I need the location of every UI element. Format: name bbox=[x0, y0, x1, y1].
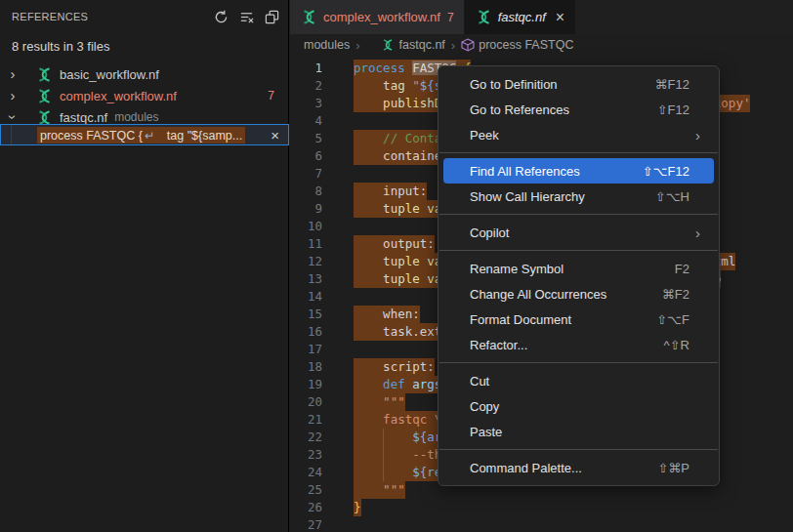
dismiss-result-icon[interactable]: × bbox=[271, 128, 279, 143]
line-number: 13 bbox=[290, 270, 322, 288]
menu-item-copilot[interactable]: Copilot› bbox=[443, 220, 714, 245]
menu-item-shortcut: F2 bbox=[675, 262, 689, 276]
code-line-26: 26} bbox=[290, 499, 793, 516]
menu-separator bbox=[439, 214, 718, 215]
submenu-chevron-icon: › bbox=[695, 225, 700, 241]
line-number: 12 bbox=[290, 253, 322, 270]
file-result-basic-workflow-nf[interactable]: ›basic_workflow.nf bbox=[0, 63, 288, 85]
tab-fastqc[interactable]: fastqc.nf × bbox=[465, 0, 575, 34]
menu-item-label: Cut bbox=[470, 374, 702, 389]
line-number: 16 bbox=[290, 323, 322, 341]
file-result-complex-workflow-nf[interactable]: ›complex_workflow.nf7 bbox=[0, 85, 288, 106]
breadcrumb-file[interactable]: fastqc.nf bbox=[366, 38, 445, 52]
snippet-code-before: process FASTQC { bbox=[40, 129, 143, 143]
menu-item-format-document[interactable]: Format Document⇧⌥F bbox=[443, 307, 714, 332]
nextflow-file-icon bbox=[35, 89, 54, 103]
nextflow-file-icon bbox=[475, 10, 493, 24]
vscode-window: REFERENCES 8 results in 3 files ›basic_w… bbox=[0, 0, 793, 532]
collapse-all-icon[interactable] bbox=[264, 9, 280, 25]
menu-item-cut[interactable]: Cut bbox=[443, 368, 714, 393]
file-folder-description: modules bbox=[114, 110, 158, 124]
menu-item-label: Show Call Hierarchy bbox=[470, 189, 655, 204]
line-content: """ bbox=[354, 481, 405, 499]
editor-tab-bar: complex_workflow.nf 7 fastqc.nf × bbox=[290, 0, 793, 34]
line-number: 5 bbox=[290, 130, 322, 147]
line-number: 21 bbox=[290, 411, 322, 429]
menu-item-label: Go to References bbox=[470, 102, 657, 117]
menu-item-copy[interactable]: Copy bbox=[443, 393, 714, 419]
line-number: 20 bbox=[290, 393, 322, 411]
menu-item-label: Go to Definition bbox=[470, 77, 655, 92]
menu-item-label: Paste bbox=[470, 425, 702, 439]
menu-item-change-all-occurrences[interactable]: Change All Occurrences⌘F2 bbox=[443, 281, 714, 307]
line-number: 17 bbox=[290, 341, 322, 358]
line-number: 24 bbox=[290, 464, 322, 481]
menu-item-label: Copilot bbox=[470, 225, 695, 240]
menu-item-go-to-definition[interactable]: Go to Definition⌘F12 bbox=[443, 71, 714, 97]
menu-item-go-to-references[interactable]: Go to References⇧F12 bbox=[443, 97, 714, 122]
reference-result-item[interactable]: process FASTQC {↵ tag "${samp... × bbox=[0, 124, 289, 145]
breadcrumb-symbol[interactable]: process FASTQC bbox=[461, 38, 573, 52]
nextflow-file-icon bbox=[380, 39, 396, 51]
tab-label: complex_workflow.nf bbox=[323, 10, 440, 24]
line-number: 19 bbox=[290, 376, 322, 393]
tab-complex-workflow[interactable]: complex_workflow.nf 7 bbox=[290, 0, 465, 34]
menu-item-command-palette[interactable]: Command Palette...⇧⌘P bbox=[443, 455, 714, 480]
menu-item-label: Rename Symbol bbox=[470, 262, 675, 276]
line-number: 9 bbox=[290, 200, 322, 218]
clear-all-icon[interactable] bbox=[238, 9, 255, 25]
line-content: when: bbox=[354, 306, 420, 323]
menu-item-find-all-references[interactable]: Find All References⇧⌥F12 bbox=[443, 158, 714, 184]
line-number: 22 bbox=[290, 429, 322, 446]
line-number: 7 bbox=[290, 165, 322, 183]
menu-item-label: Change All Occurrences bbox=[470, 287, 662, 302]
line-number: 2 bbox=[290, 77, 322, 95]
nextflow-file-icon bbox=[35, 67, 54, 82]
line-number: 27 bbox=[290, 516, 322, 532]
result-count-badge: 7 bbox=[268, 89, 274, 102]
menu-separator bbox=[439, 152, 718, 153]
refresh-icon[interactable] bbox=[213, 9, 230, 25]
line-number: 25 bbox=[290, 481, 322, 499]
tab-close-icon[interactable]: × bbox=[556, 10, 564, 25]
line-content: script: bbox=[354, 358, 435, 376]
menu-item-shortcut: ⇧⌥F12 bbox=[643, 164, 689, 179]
file-name: complex_workflow.nf bbox=[60, 89, 177, 103]
references-sidebar: REFERENCES 8 results in 3 files ›basic_w… bbox=[0, 0, 289, 532]
line-number: 4 bbox=[290, 112, 322, 130]
line-number: 8 bbox=[290, 183, 322, 200]
line-number: 6 bbox=[290, 147, 322, 165]
return-symbol: ↵ bbox=[143, 129, 156, 143]
line-content: output: bbox=[354, 235, 435, 253]
results-file-tree: ›basic_workflow.nf›complex_workflow.nf7›… bbox=[0, 63, 288, 128]
menu-item-paste[interactable]: Paste bbox=[443, 419, 714, 444]
line-content: fastqc \ bbox=[354, 411, 441, 429]
line-content: input: bbox=[354, 183, 427, 200]
chevron-right-icon[interactable]: › bbox=[4, 63, 21, 85]
breadcrumb-separator: › bbox=[355, 38, 359, 53]
menu-separator bbox=[439, 362, 718, 363]
reference-snippet: process FASTQC {↵ tag "${samp... bbox=[37, 127, 245, 143]
tab-problem-badge: 7 bbox=[447, 11, 454, 24]
chevron-right-icon[interactable]: › bbox=[4, 85, 21, 106]
snippet-ellipsis: ... bbox=[232, 129, 242, 143]
line-number: 3 bbox=[290, 95, 322, 112]
menu-item-shortcut: ⇧⌥H bbox=[655, 189, 689, 204]
menu-item-label: Format Document bbox=[470, 312, 656, 327]
tree-indent-guide bbox=[11, 125, 12, 144]
references-toolbar bbox=[213, 9, 280, 25]
line-number: 26 bbox=[290, 499, 322, 516]
breadcrumb: modules › fastqc.nf › process FASTQC bbox=[290, 34, 793, 56]
menu-item-label: Find All References bbox=[470, 164, 643, 179]
line-content: } bbox=[354, 499, 361, 516]
menu-item-shortcut: ⌘F2 bbox=[662, 287, 689, 302]
code-line-27: 27 bbox=[290, 516, 793, 532]
menu-item-show-call-hierarchy[interactable]: Show Call Hierarchy⇧⌥H bbox=[443, 184, 714, 209]
menu-item-label: Command Palette... bbox=[470, 461, 657, 475]
breadcrumb-modules[interactable]: modules bbox=[304, 38, 350, 52]
menu-item-refactor[interactable]: Refactor...^⇧R bbox=[443, 332, 714, 357]
menu-item-rename-symbol[interactable]: Rename SymbolF2 bbox=[443, 256, 714, 281]
menu-item-peek[interactable]: Peek› bbox=[443, 122, 714, 147]
nextflow-file-icon bbox=[35, 110, 54, 125]
breadcrumb-separator: › bbox=[451, 38, 455, 53]
